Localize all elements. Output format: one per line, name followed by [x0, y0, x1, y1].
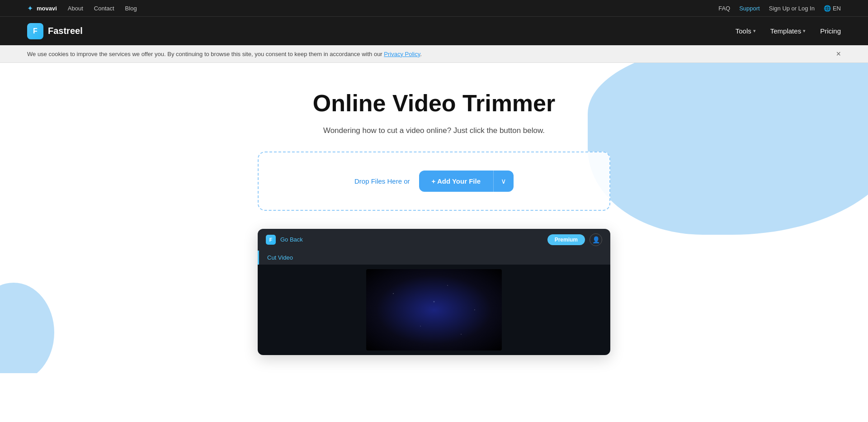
- cookie-text: We use cookies to improve the services w…: [27, 51, 422, 57]
- main-nav-links: Tools ▾ Templates ▾ Pricing: [736, 27, 841, 35]
- top-bar: ✦ movavi About Contact Blog FAQ Support …: [0, 0, 868, 16]
- drop-files-label: Drop Files Here or: [354, 177, 410, 185]
- logo-text: Fastreel: [48, 26, 83, 36]
- file-drop-zone[interactable]: Drop Files Here or + Add Your File ∨: [258, 152, 610, 211]
- nav-templates[interactable]: Templates ▾: [770, 27, 806, 35]
- top-bar-left: ✦ movavi About Contact Blog: [27, 4, 137, 13]
- top-support-link[interactable]: Support: [739, 5, 760, 12]
- movavi-icon: ✦: [27, 4, 33, 13]
- movavi-brand[interactable]: ✦ movavi: [27, 4, 57, 13]
- privacy-policy-link[interactable]: Privacy Policy: [384, 51, 420, 57]
- preview-app-icon: F: [266, 235, 276, 245]
- language-selector[interactable]: 🌐 EN: [824, 5, 841, 12]
- preview-topbar-left: F Go Back: [266, 235, 303, 245]
- lang-label: EN: [833, 5, 841, 12]
- top-bar-right: FAQ Support Sign Up or Log In 🌐 EN: [718, 5, 841, 12]
- logo-icon: F: [27, 23, 43, 39]
- cookie-close-button[interactable]: ×: [836, 50, 841, 58]
- hero-content: Online Video Trimmer Wondering how to cu…: [27, 90, 841, 355]
- top-nav-about[interactable]: About: [68, 5, 83, 12]
- nav-pricing[interactable]: Pricing: [820, 27, 841, 35]
- preview-topbar-right: Premium 👤: [547, 233, 602, 246]
- add-file-button[interactable]: + Add Your File: [419, 171, 494, 192]
- top-signup-link[interactable]: Sign Up or Log In: [769, 5, 815, 12]
- top-nav-contact[interactable]: Contact: [94, 5, 114, 12]
- movavi-name: movavi: [37, 5, 57, 12]
- cookie-banner: We use cookies to improve the services w…: [0, 45, 868, 63]
- preview-cut-video-label: Cut Video: [258, 251, 610, 265]
- top-nav-blog[interactable]: Blog: [125, 5, 137, 12]
- top-faq-link[interactable]: FAQ: [718, 5, 730, 12]
- preview-video-area: [258, 265, 610, 355]
- preview-user-icon[interactable]: 👤: [590, 233, 602, 246]
- chevron-down-icon: ▾: [803, 28, 806, 34]
- preview-premium-button[interactable]: Premium: [547, 234, 585, 245]
- preview-topbar: F Go Back Premium 👤: [258, 229, 610, 251]
- page-title: Online Video Trimmer: [27, 90, 841, 117]
- app-preview: F Go Back Premium 👤 Cut Video: [258, 229, 610, 355]
- chevron-down-icon: ▾: [753, 28, 756, 34]
- main-nav: F Fastreel Tools ▾ Templates ▾ Pricing: [0, 16, 868, 45]
- hero-section: Online Video Trimmer Wondering how to cu…: [0, 63, 868, 373]
- nav-tools[interactable]: Tools ▾: [736, 27, 756, 35]
- globe-icon: 🌐: [824, 5, 831, 12]
- add-file-dropdown-button[interactable]: ∨: [493, 171, 514, 192]
- preview-go-back-button[interactable]: Go Back: [280, 236, 303, 243]
- preview-video-frame: [366, 269, 502, 351]
- logo[interactable]: F Fastreel: [27, 23, 83, 39]
- hero-subtitle: Wondering how to cut a video online? Jus…: [27, 126, 841, 135]
- add-file-button-group: + Add Your File ∨: [419, 171, 514, 192]
